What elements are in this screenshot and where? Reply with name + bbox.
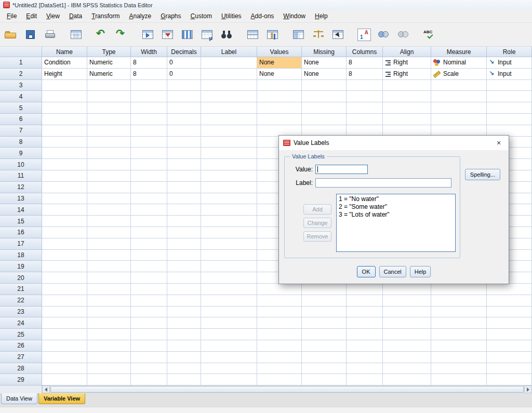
cell-role[interactable]: Input xyxy=(487,69,532,80)
column-header-missing[interactable]: Missing xyxy=(302,47,347,57)
cell-decimals[interactable] xyxy=(167,114,201,125)
row-header[interactable]: 2 xyxy=(0,69,42,80)
scrollbar-thumb[interactable] xyxy=(50,386,524,393)
cell-label[interactable] xyxy=(201,182,257,193)
cell-width[interactable] xyxy=(131,216,167,227)
cell-width[interactable] xyxy=(131,193,167,205)
row-header[interactable]: 19 xyxy=(0,261,42,272)
menu-view[interactable]: View xyxy=(42,11,64,21)
cell-width[interactable] xyxy=(131,261,167,272)
cancel-button[interactable]: Cancel xyxy=(379,266,406,277)
add-button[interactable]: Add xyxy=(303,204,331,215)
row-header[interactable]: 22 xyxy=(0,295,42,307)
row-header[interactable]: 21 xyxy=(0,284,42,295)
cell-width[interactable] xyxy=(131,159,167,170)
cell-type[interactable] xyxy=(87,159,131,170)
cell-width[interactable] xyxy=(131,307,167,318)
cell-label[interactable] xyxy=(201,272,257,284)
cell-width[interactable] xyxy=(131,352,167,363)
menu-help[interactable]: Help xyxy=(310,11,332,21)
cell-decimals[interactable] xyxy=(167,374,201,385)
cell-decimals[interactable] xyxy=(167,261,201,272)
cell-decimals[interactable]: 0 xyxy=(167,57,201,69)
cell-values[interactable] xyxy=(257,307,302,318)
cell-width[interactable] xyxy=(131,137,167,148)
cell-label[interactable] xyxy=(201,114,257,125)
cell-align[interactable] xyxy=(383,80,431,91)
cell-label[interactable] xyxy=(201,69,257,80)
cell-width[interactable] xyxy=(131,250,167,261)
cell-missing[interactable]: None xyxy=(302,57,347,69)
goto-case-button[interactable] xyxy=(138,24,158,45)
cell-name[interactable]: Height xyxy=(42,69,87,80)
cell-width[interactable] xyxy=(131,204,167,216)
cell-label[interactable] xyxy=(201,307,257,318)
cell-type[interactable]: Numeric xyxy=(87,69,131,80)
insert-variable-button[interactable] xyxy=(263,24,283,45)
cell-width[interactable] xyxy=(131,91,167,102)
cell-label[interactable] xyxy=(201,148,257,159)
cell-type[interactable] xyxy=(87,329,131,340)
cell-decimals[interactable] xyxy=(167,295,201,307)
row-header[interactable]: 26 xyxy=(0,340,42,352)
cell-label[interactable] xyxy=(201,340,257,352)
menu-analyze[interactable]: Analyze xyxy=(124,11,156,21)
cell-width[interactable] xyxy=(131,340,167,352)
row-header[interactable]: 15 xyxy=(0,216,42,227)
cell-name[interactable] xyxy=(42,250,87,261)
cell-label[interactable] xyxy=(201,238,257,250)
cell-columns[interactable] xyxy=(347,363,383,375)
cell-decimals[interactable] xyxy=(167,352,201,363)
cell-decimals[interactable] xyxy=(167,193,201,205)
cell-name[interactable] xyxy=(42,261,87,272)
column-header-role[interactable]: Role xyxy=(487,47,532,57)
cell-name[interactable] xyxy=(42,317,87,329)
cell-role[interactable] xyxy=(487,295,532,307)
cell-name[interactable] xyxy=(42,125,87,137)
menu-utilities[interactable]: Utilities xyxy=(217,11,246,21)
row-header[interactable]: 1 xyxy=(0,57,42,69)
scrollbar-track[interactable] xyxy=(50,385,524,393)
row-header[interactable]: 11 xyxy=(0,170,42,182)
cell-type[interactable] xyxy=(87,170,131,182)
cell-values[interactable]: None xyxy=(257,57,302,69)
menu-graphs[interactable]: Graphs xyxy=(156,11,185,21)
cell-role[interactable] xyxy=(487,91,532,102)
cell-width[interactable] xyxy=(131,284,167,295)
cell-decimals[interactable] xyxy=(167,102,201,114)
cell-measure[interactable] xyxy=(431,91,487,102)
cell-type[interactable]: Numeric xyxy=(87,57,131,69)
variables-button[interactable] xyxy=(178,24,197,45)
cell-width[interactable] xyxy=(131,170,167,182)
cell-label[interactable] xyxy=(201,204,257,216)
cell-name[interactable] xyxy=(42,284,87,295)
cell-width[interactable] xyxy=(131,272,167,284)
cell-width[interactable] xyxy=(131,238,167,250)
menu-addons[interactable]: Add-ons xyxy=(246,11,279,21)
cell-label[interactable] xyxy=(201,170,257,182)
menu-file[interactable]: File xyxy=(2,11,21,21)
cell-measure[interactable] xyxy=(431,374,487,385)
cell-measure[interactable] xyxy=(431,363,487,375)
cell-columns[interactable] xyxy=(347,114,383,125)
cell-role[interactable]: Input xyxy=(487,57,532,69)
cell-missing[interactable] xyxy=(302,329,347,340)
cell-name[interactable] xyxy=(42,193,87,205)
recall-dialogs-button[interactable] xyxy=(66,24,86,45)
cell-name[interactable] xyxy=(42,114,87,125)
cell-measure[interactable] xyxy=(431,307,487,318)
scroll-right-button[interactable] xyxy=(524,385,532,393)
cell-measure[interactable] xyxy=(431,80,487,91)
cell-role[interactable] xyxy=(487,284,532,295)
cell-columns[interactable] xyxy=(347,317,383,329)
cell-role[interactable] xyxy=(487,80,532,91)
weight-cases-button[interactable] xyxy=(309,24,328,45)
cell-measure[interactable]: Scale xyxy=(431,69,487,80)
cell-decimals[interactable] xyxy=(167,284,201,295)
cell-values[interactable] xyxy=(257,114,302,125)
close-icon[interactable]: × xyxy=(493,139,504,147)
row-header[interactable]: 13 xyxy=(0,193,42,205)
cell-width[interactable]: 8 xyxy=(131,69,167,80)
cell-type[interactable] xyxy=(87,295,131,307)
cell-width[interactable]: 8 xyxy=(131,57,167,69)
